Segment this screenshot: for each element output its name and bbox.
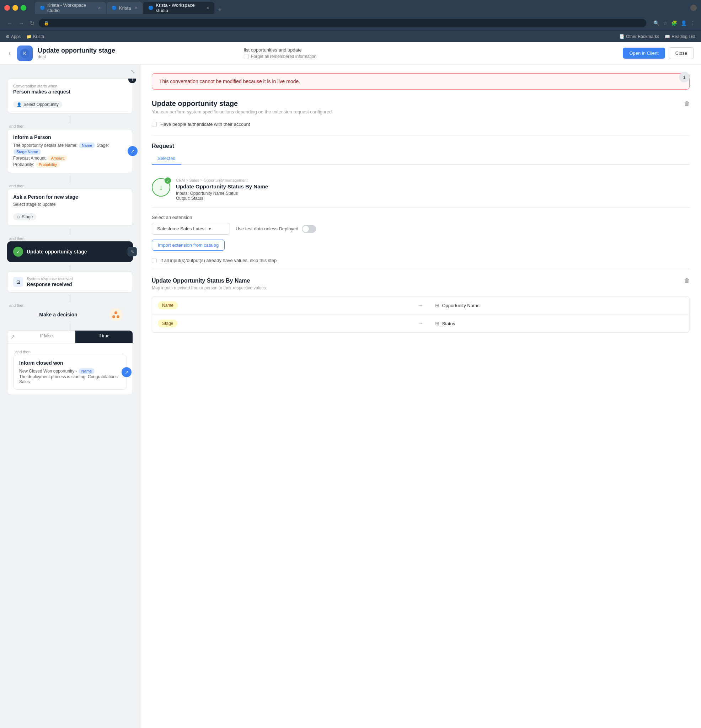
test-toggle-row: Use test data unless Deployed	[236, 225, 316, 233]
mapping-table: Name → ⊞ Opportunity Name Stage → ⊞	[152, 296, 689, 333]
skip-checkbox[interactable]	[152, 258, 157, 263]
app-subtitle: deal	[38, 54, 225, 59]
catalog-meta: Inputs: Opportunity Name,Status Output: …	[176, 191, 268, 201]
delete-section-icon[interactable]: 🗑	[684, 101, 689, 107]
download-icon: ↓	[159, 183, 163, 192]
refresh-nav-button[interactable]: ↻	[29, 19, 36, 28]
browser-control-icon	[690, 4, 697, 11]
export-icon[interactable]: ↗	[7, 331, 18, 343]
browser-tab-2[interactable]: 🔵 Krista ✕	[107, 2, 143, 14]
catalog-info: CRM > Sales > Opportunity management Upd…	[176, 178, 268, 201]
minimize-window-btn[interactable]	[12, 5, 18, 11]
stage-pill[interactable]: ⊙ Stage	[13, 213, 36, 220]
node5-text-group: System response received Response receiv…	[27, 277, 73, 287]
branch-inner-card: Inform closed won New Closed Won opportu…	[13, 355, 127, 390]
browser-tab-2-label: Krista	[119, 5, 131, 11]
bookmarks-bar: ⚙ Apps 📁 Krista 📑 Other Bookmarks 📖 Read…	[0, 30, 701, 42]
profile-icon[interactable]: 👤	[681, 20, 687, 26]
forward-nav-button[interactable]: →	[17, 19, 26, 28]
decision-icon	[110, 308, 122, 321]
tab-close-3[interactable]: ✕	[206, 6, 210, 10]
tab-close-1[interactable]: ✕	[98, 6, 101, 10]
browser-nav-right: 🔍 ☆ 🧩 👤 ⋮	[653, 20, 695, 26]
section-title-text: Update opportunity stage	[152, 100, 238, 108]
back-button[interactable]: ‹	[7, 48, 12, 58]
tab-selected[interactable]: Selected	[152, 153, 181, 165]
app-title: Update opportunity stage	[38, 47, 225, 54]
svg-point-4	[117, 315, 120, 318]
branch-tab-true[interactable]: If true	[75, 331, 133, 343]
branch-tab-false[interactable]: If false	[18, 331, 75, 343]
node1-label: Conversation starts when	[13, 84, 127, 88]
forget-row: Forget all remembered information	[244, 54, 618, 59]
other-bookmarks[interactable]: 📑 Other Bookmarks	[619, 34, 659, 39]
test-data-toggle[interactable]	[302, 225, 316, 233]
mapping-title-row: Update Opportunity Status By Name 🗑	[152, 277, 689, 284]
browser-tab-3[interactable]: 🔵 Krista - Workspace studio ✕	[143, 2, 214, 14]
resize-icon[interactable]: ⤡	[130, 68, 135, 75]
import-extension-button[interactable]: Import extension from catalog	[152, 240, 225, 251]
reading-list[interactable]: 📖 Reading List	[665, 34, 695, 39]
close-button[interactable]: Close	[669, 47, 694, 59]
lock-icon: 🔒	[44, 21, 49, 26]
node6-title: Make a decision	[7, 312, 110, 318]
bookmark-star-icon[interactable]: ☆	[663, 20, 668, 26]
tab-favicon-2: 🔵	[111, 5, 117, 10]
krista-bookmark[interactable]: 📁 Krista	[26, 34, 44, 39]
skip-row: If all input(s)/output(s) already have v…	[152, 258, 689, 263]
node1-select-pill[interactable]: 👤 Select Opportunity	[13, 98, 127, 108]
ext-row: Salesforce Sales Latest ▾ Use test data …	[152, 223, 689, 235]
header-center: list opportunities and update Forget all…	[230, 47, 618, 59]
browser-tabs: 🔵 Krista - Workspace studio ✕ 🔵 Krista ✕…	[35, 2, 225, 14]
address-bar[interactable]: 🔒	[39, 19, 646, 27]
tab-favicon-3: 🔵	[148, 5, 153, 10]
extension-select[interactable]: Salesforce Sales Latest ▾	[152, 223, 230, 235]
svg-point-2	[114, 311, 117, 314]
branch-extra-text: The deployment process is starting. Cong…	[19, 374, 118, 384]
close-window-btn[interactable]	[4, 5, 10, 11]
flow-node-4: and then ✓ Update opportunity stage ✎	[7, 235, 133, 262]
open-in-client-button[interactable]: Open in Client	[623, 48, 665, 59]
extensions-icon[interactable]: 🧩	[671, 20, 677, 26]
mapping-delete-icon[interactable]: 🗑	[684, 277, 689, 284]
node-card-update-stage[interactable]: ✓ Update opportunity stage ✎	[7, 241, 133, 262]
branch-inner-title: Inform closed won	[19, 360, 121, 366]
more-options-icon[interactable]: ⋮	[690, 20, 695, 26]
auth-checkbox[interactable]	[152, 122, 157, 127]
browser-tab-1-label: Krista - Workspace studio	[47, 3, 94, 13]
browser-tab-1[interactable]: 🔵 Krista - Workspace studio ✕	[35, 2, 106, 14]
zoom-icon: 🔍	[653, 20, 659, 26]
import-btn-label: Import extension from catalog	[158, 243, 218, 248]
back-nav-button[interactable]: ←	[6, 19, 14, 28]
warning-badge: !	[128, 79, 136, 83]
node2-body-text: The opportunity details are Name:	[13, 143, 78, 148]
branch-share-icon[interactable]: ↗	[121, 367, 132, 377]
node5-title: Response received	[27, 282, 73, 287]
edit-icon: ✎	[131, 250, 134, 254]
maximize-window-btn[interactable]	[21, 5, 26, 11]
edit-icon-badge[interactable]: ✎	[128, 247, 137, 256]
app-title-group: Update opportunity stage deal	[38, 47, 225, 59]
branch-name-tag: Name	[78, 368, 95, 374]
catalog-name: Update Opportunity Status By Name	[176, 183, 268, 189]
select-opportunity-pill[interactable]: 👤 Select Opportunity	[13, 101, 62, 108]
apps-bookmark[interactable]: ⚙ Apps	[6, 34, 21, 39]
mapping-desc: Map inputs received from a person to the…	[152, 285, 689, 290]
mapping-right-2: ⊞ Status	[429, 316, 689, 331]
step-number-badge: 1	[679, 72, 689, 82]
app-header: ‹ K Update opportunity stage deal list o…	[0, 42, 701, 65]
node2-and-then: and then	[7, 123, 133, 129]
section-desc: You can perform system specific actions …	[152, 109, 689, 114]
node-card-response: ⊡ System response received Response rece…	[7, 271, 133, 293]
forget-checkbox[interactable]	[244, 54, 249, 59]
live-mode-text: This conversation cannot be modified bec…	[159, 79, 682, 84]
flow-node-3: and then Ask a Person for new stage Sele…	[7, 182, 133, 226]
new-tab-button[interactable]: +	[215, 6, 225, 14]
tab-close-2[interactable]: ✕	[134, 6, 137, 10]
share-icon-badge[interactable]: ↗	[128, 146, 137, 156]
node6-and-then: and then	[7, 302, 133, 308]
node1-title: Person makes a request	[13, 89, 127, 95]
node-card-ask: Ask a Person for new stage Select stage …	[7, 189, 133, 226]
svg-text:K: K	[23, 51, 27, 56]
node4-title: Update opportunity stage	[27, 249, 87, 254]
